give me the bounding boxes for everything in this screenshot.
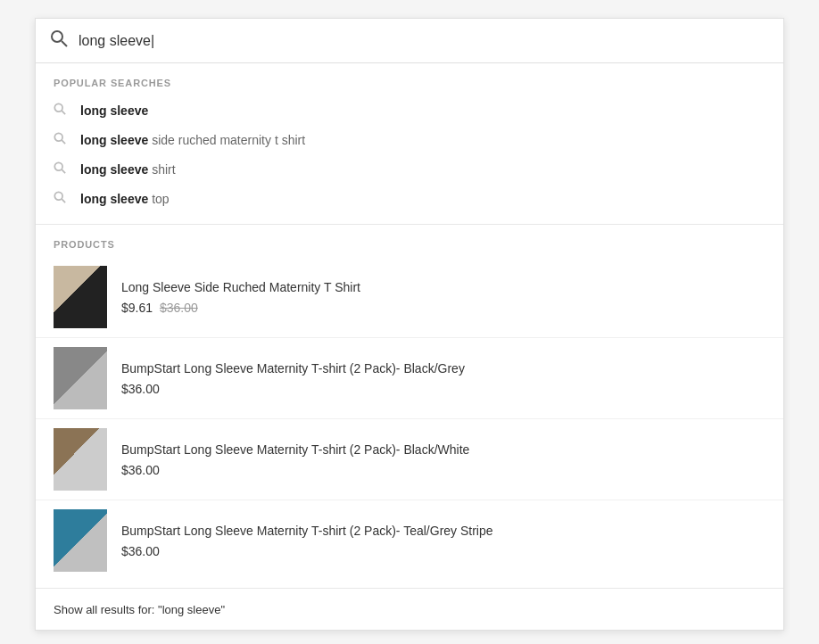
product-price-3: $36.00 [121,463,765,477]
product-sale-price-2: $36.00 [121,382,160,396]
product-info-3: BumpStart Long Sleeve Maternity T-shirt … [121,442,765,477]
products-list: Long Sleeve Side Ruched Maternity T Shir… [36,257,783,588]
svg-line-5 [62,140,65,144]
product-sale-price-3: $36.00 [121,463,160,477]
suggestion-item[interactable]: long sleeve top [36,184,783,213]
show-all-link[interactable]: Show all results for: "long sleeve" [54,603,225,616]
product-original-price-1: $36.00 [160,301,198,315]
svg-point-8 [54,192,62,200]
popular-searches-section: POPULAR SEARCHES long sleeve [36,63,783,225]
product-price-1: $9.61 $36.00 [121,301,765,315]
product-image-4 [54,509,107,572]
svg-point-6 [54,162,62,170]
product-name-2: BumpStart Long Sleeve Maternity T-shirt … [121,360,765,378]
product-name-1: Long Sleeve Side Ruched Maternity T Shir… [121,279,765,297]
suggestion-item[interactable]: long sleeve [36,95,783,125]
search-input[interactable]: long sleeve [79,33,769,49]
svg-line-7 [62,169,65,173]
suggestion-text-1: long sleeve [80,103,148,118]
search-container: long sleeve POPULAR SEARCHES long sleeve [35,18,784,631]
svg-line-9 [62,199,65,202]
products-section: PRODUCTS Long Sleeve Side Ruched Materni… [36,225,783,588]
product-sale-price-1: $9.61 [121,301,153,315]
product-image-2 [54,347,107,409]
search-bar: long sleeve [36,19,783,63]
product-sale-price-4: $36.00 [121,544,160,558]
product-item-2[interactable]: BumpStart Long Sleeve Maternity T-shirt … [36,338,783,419]
suggestion-text-3: long sleeve shirt [80,162,176,177]
suggestion-search-icon-1 [54,103,66,118]
suggestion-search-icon-3 [54,161,66,177]
product-name-4: BumpStart Long Sleeve Maternity T-shirt … [121,523,765,541]
product-image-3 [54,428,107,491]
product-info-2: BumpStart Long Sleeve Maternity T-shirt … [121,360,765,396]
suggestion-item[interactable]: long sleeve side ruched maternity t shir… [36,125,783,154]
suggestions-list: long sleeve long sleeve side ruched mate… [36,95,783,225]
suggestion-text-4: long sleeve top [80,192,170,206]
search-dropdown: POPULAR SEARCHES long sleeve [36,63,783,630]
product-name-3: BumpStart Long Sleeve Maternity T-shirt … [121,442,765,459]
popular-searches-label: POPULAR SEARCHES [36,63,783,95]
show-all-bar: Show all results for: "long sleeve" [36,588,783,630]
suggestion-search-icon-2 [54,132,66,147]
product-item-1[interactable]: Long Sleeve Side Ruched Maternity T Shir… [36,257,783,338]
product-price-2: $36.00 [121,382,765,396]
svg-point-0 [52,31,62,42]
suggestion-search-icon-4 [54,191,66,206]
search-icon [50,29,68,52]
suggestion-item[interactable]: long sleeve shirt [36,154,783,184]
svg-line-3 [62,111,65,114]
product-item-3[interactable]: BumpStart Long Sleeve Maternity T-shirt … [36,419,783,500]
product-info-1: Long Sleeve Side Ruched Maternity T Shir… [121,279,765,315]
svg-point-4 [54,133,62,141]
svg-point-2 [54,103,62,111]
product-item-4[interactable]: BumpStart Long Sleeve Maternity T-shirt … [36,500,783,581]
suggestion-text-2: long sleeve side ruched maternity t shir… [80,133,305,147]
product-info-4: BumpStart Long Sleeve Maternity T-shirt … [121,523,765,558]
products-label: PRODUCTS [36,225,783,257]
svg-line-1 [62,41,67,46]
product-price-4: $36.00 [121,544,765,558]
product-image-1 [54,266,107,328]
